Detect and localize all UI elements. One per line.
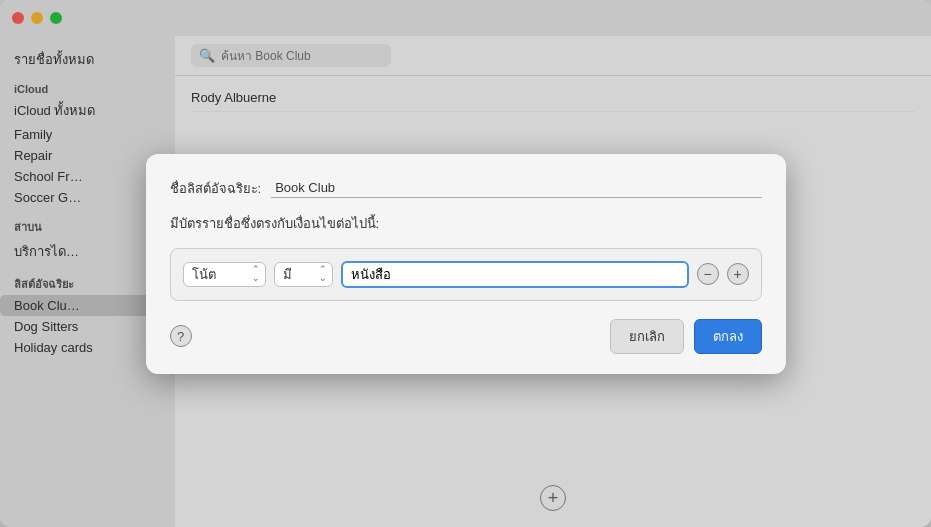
condition-select-wrapper: มี ไม่มี คือ: [274, 262, 333, 287]
app-window: รายชื่อทั้งหมด iCloud iCloud ทั้งหมด Fam…: [0, 0, 931, 527]
field-select[interactable]: โน้ต ชื่อ อีเมล โทรศัพท์: [183, 262, 266, 287]
condition-select[interactable]: มี ไม่มี คือ: [274, 262, 333, 287]
dialog-subtitle: มีบัตรรายชื่อซึ่งตรงกับเงื่อนไขต่อไปนี้:: [170, 213, 762, 234]
dialog-footer: ? ยกเลิก ตกลง: [170, 319, 762, 354]
footer-actions: ยกเลิก ตกลง: [610, 319, 762, 354]
filter-value-input[interactable]: [341, 261, 689, 288]
help-button[interactable]: ?: [170, 325, 192, 347]
filter-row: โน้ต ชื่อ อีเมล โทรศัพท์ มี ไม่มี คือ: [183, 261, 749, 288]
field-select-wrapper: โน้ต ชื่อ อีเมล โทรศัพท์: [183, 262, 266, 287]
dialog-title-label: ชื่อลิสต์อัจฉริยะ:: [170, 178, 262, 199]
ok-button[interactable]: ตกลง: [694, 319, 762, 354]
smart-list-dialog: ชื่อลิสต์อัจฉริยะ: มีบัตรรายชื่อซึ่งตรงก…: [146, 154, 786, 374]
plus-icon: +: [733, 266, 741, 282]
remove-filter-button[interactable]: −: [697, 263, 719, 285]
add-filter-button[interactable]: +: [727, 263, 749, 285]
cancel-button[interactable]: ยกเลิก: [610, 319, 684, 354]
dialog-overlay: ชื่อลิสต์อัจฉริยะ: มีบัตรรายชื่อซึ่งตรงก…: [0, 0, 931, 527]
minus-icon: −: [703, 266, 711, 282]
dialog-title-row: ชื่อลิสต์อัจฉริยะ:: [170, 178, 762, 199]
filter-container: โน้ต ชื่อ อีเมล โทรศัพท์ มี ไม่มี คือ: [170, 248, 762, 301]
dialog-name-input[interactable]: [271, 178, 761, 198]
question-mark-icon: ?: [177, 329, 184, 344]
